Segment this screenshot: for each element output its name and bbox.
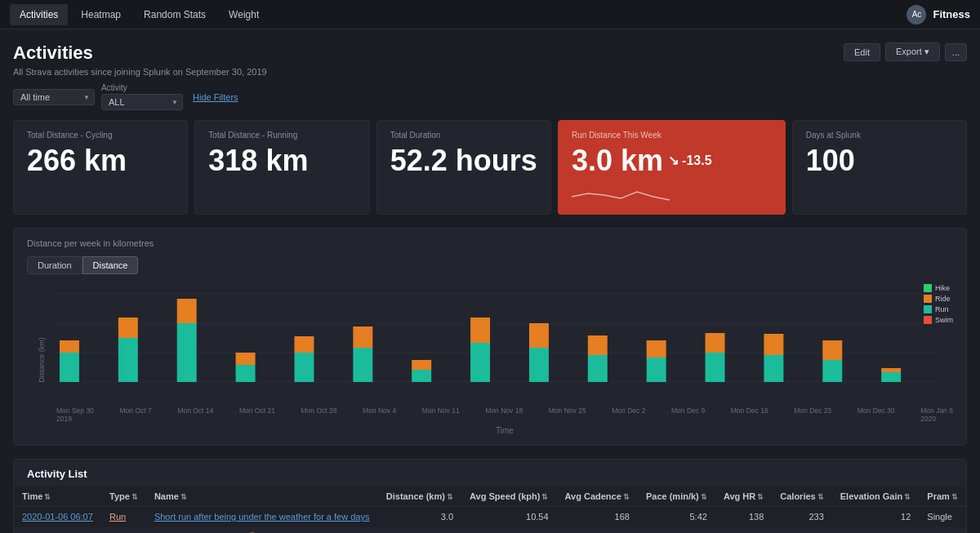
svg-rect-34 bbox=[822, 340, 842, 360]
delta-arrow: ↘ bbox=[668, 153, 679, 168]
col-type[interactable]: Type⇅ bbox=[101, 486, 146, 507]
chart-svg: 0 50 100 bbox=[56, 284, 953, 402]
time-filter-select[interactable]: All time bbox=[13, 89, 95, 105]
col-pram-label: Pram bbox=[927, 491, 950, 501]
svg-rect-21 bbox=[470, 343, 490, 382]
activity-table-body: 2020-01-06 06:07RunShort run after being… bbox=[14, 507, 966, 534]
x-label-11: Mon Dec 16 bbox=[731, 406, 768, 423]
stat-card-running: Total Distance - Running 318 km bbox=[194, 120, 369, 215]
stat-card-week-run-value: 3.0 km bbox=[572, 146, 663, 175]
stat-card-mini-chart bbox=[572, 182, 772, 204]
nav-item-random-stats[interactable]: Random Stats bbox=[134, 4, 216, 25]
type-link[interactable]: Run bbox=[109, 512, 126, 522]
chart-legend: Hike Ride Run Swim bbox=[924, 284, 953, 324]
hide-filters-link[interactable]: Hide Filters bbox=[193, 92, 238, 102]
col-calories[interactable]: Calories⇅ bbox=[772, 486, 832, 507]
legend-run: Run bbox=[924, 305, 953, 313]
cell-avg-hr: 138 bbox=[715, 507, 772, 527]
export-button[interactable]: Export ▾ bbox=[885, 42, 940, 61]
cell-avg-hr: 150 bbox=[715, 527, 772, 534]
stat-card-days-splunk: Days at Splunk 100 bbox=[792, 120, 967, 215]
svg-rect-33 bbox=[822, 360, 842, 382]
x-label-12: Mon Dec 23 bbox=[794, 406, 831, 423]
toggle-distance-button[interactable]: Distance bbox=[82, 256, 139, 274]
activity-list-section: Activity List Time⇅ Type⇅ Name⇅ Distance… bbox=[13, 459, 967, 533]
svg-rect-8 bbox=[60, 340, 79, 353]
page-header: Activities All Strava activities since j… bbox=[13, 42, 967, 77]
svg-rect-18 bbox=[353, 326, 372, 348]
stat-card-week-run-label: Run Distance This Week bbox=[572, 131, 772, 140]
avatar: Ac bbox=[906, 5, 926, 24]
toggle-duration-button[interactable]: Duration bbox=[27, 256, 82, 274]
stat-card-week-run: Run Distance This Week 3.0 km ↘ -13.5 bbox=[558, 120, 786, 215]
col-elevation-gain-label: Elevation Gain bbox=[840, 491, 902, 501]
activity-filter-select[interactable]: ALL Run Ride Hike Swim bbox=[101, 94, 183, 110]
svg-rect-14 bbox=[236, 353, 256, 365]
col-name[interactable]: Name⇅ bbox=[146, 486, 378, 507]
stat-card-days-splunk-label: Days at Splunk bbox=[806, 131, 953, 140]
sort-icon-avg-hr: ⇅ bbox=[757, 493, 764, 501]
chart-section: Distance per week in kilometres Duration… bbox=[13, 228, 967, 446]
stat-card-days-splunk-value: 100 bbox=[806, 146, 953, 175]
cell-avg-speed: 10.54 bbox=[461, 507, 557, 527]
col-elevation-gain[interactable]: Elevation Gain⇅ bbox=[832, 486, 920, 507]
x-label-2: Mon Oct 14 bbox=[177, 406, 213, 423]
chart-toggle: Duration Distance bbox=[27, 256, 953, 274]
svg-rect-11 bbox=[177, 323, 197, 382]
svg-rect-9 bbox=[118, 338, 138, 382]
legend-ride: Ride bbox=[924, 295, 953, 303]
stat-card-cycling: Total Distance - Cycling 266 km bbox=[13, 120, 188, 215]
stat-card-running-value: 318 km bbox=[208, 146, 355, 175]
col-pace[interactable]: Pace (min/k)⇅ bbox=[638, 486, 715, 507]
col-time-label: Time bbox=[22, 491, 42, 501]
svg-rect-31 bbox=[764, 355, 783, 382]
cell-elevation-gain: 66 bbox=[832, 527, 920, 534]
col-avg-speed[interactable]: Avg Speed (kph)⇅ bbox=[461, 486, 557, 507]
svg-rect-17 bbox=[353, 348, 372, 382]
stat-card-week-run-inner: 3.0 km ↘ -13.5 bbox=[572, 146, 772, 175]
time-link[interactable]: 2020-01-06 06:07 bbox=[22, 512, 93, 522]
legend-swim-icon bbox=[924, 316, 932, 324]
nav-item-weight[interactable]: Weight bbox=[219, 4, 269, 25]
sort-icon-calories: ⇅ bbox=[817, 493, 824, 501]
cell-time: 2020-01-01 07:21 bbox=[14, 527, 101, 534]
x-label-10: Mon Dec 9 bbox=[671, 406, 705, 423]
svg-rect-12 bbox=[177, 299, 197, 323]
col-time[interactable]: Time⇅ bbox=[14, 486, 101, 507]
col-avg-cadence[interactable]: Avg Cadence⇅ bbox=[557, 486, 638, 507]
nav-item-heatmap[interactable]: Heatmap bbox=[71, 4, 131, 25]
col-avg-hr[interactable]: Avg HR⇅ bbox=[715, 486, 772, 507]
svg-rect-26 bbox=[588, 335, 608, 355]
activity-filter-label: Activity bbox=[101, 83, 183, 92]
col-avg-speed-label: Avg Speed (kph) bbox=[470, 491, 540, 501]
svg-rect-32 bbox=[764, 334, 783, 355]
more-button[interactable]: ... bbox=[945, 43, 967, 61]
nav-item-activities[interactable]: Activities bbox=[10, 4, 68, 25]
svg-rect-28 bbox=[647, 340, 666, 358]
col-distance-label: Distance (km) bbox=[386, 491, 445, 501]
x-label-4: Mon Oct 28 bbox=[301, 406, 337, 423]
svg-rect-29 bbox=[706, 353, 725, 382]
svg-rect-16 bbox=[294, 336, 314, 353]
col-distance[interactable]: Distance (km)⇅ bbox=[378, 486, 461, 507]
legend-ride-icon bbox=[924, 295, 932, 303]
col-pace-label: Pace (min/k) bbox=[646, 491, 699, 501]
col-pram[interactable]: Pram⇅ bbox=[919, 486, 966, 507]
svg-rect-10 bbox=[118, 318, 138, 338]
col-avg-hr-label: Avg HR bbox=[724, 491, 755, 501]
x-label-1: Mon Oct 7 bbox=[119, 406, 151, 423]
x-label-3: Mon Oct 21 bbox=[239, 406, 275, 423]
edit-button[interactable]: Edit bbox=[844, 43, 880, 61]
cell-pace: 4:54 bbox=[638, 527, 715, 534]
x-label-6: Mon Nov 11 bbox=[422, 406, 460, 423]
svg-rect-24 bbox=[529, 323, 549, 348]
x-label-13: Mon Dec 30 bbox=[858, 406, 895, 423]
svg-rect-35 bbox=[881, 372, 901, 382]
chart-inner: 0 50 100 bbox=[56, 284, 953, 405]
name-link[interactable]: Short run after being under the weather … bbox=[154, 512, 370, 522]
sort-icon-distance: ⇅ bbox=[447, 493, 453, 501]
activity-list-title: Activity List bbox=[14, 460, 966, 486]
sort-icon-avg-speed: ⇅ bbox=[541, 493, 548, 501]
activity-filter-group: Activity ALL Run Ride Hike Swim bbox=[101, 83, 183, 110]
chart-x-axis: Mon Sep 302019 Mon Oct 7 Mon Oct 14 Mon … bbox=[56, 405, 953, 423]
